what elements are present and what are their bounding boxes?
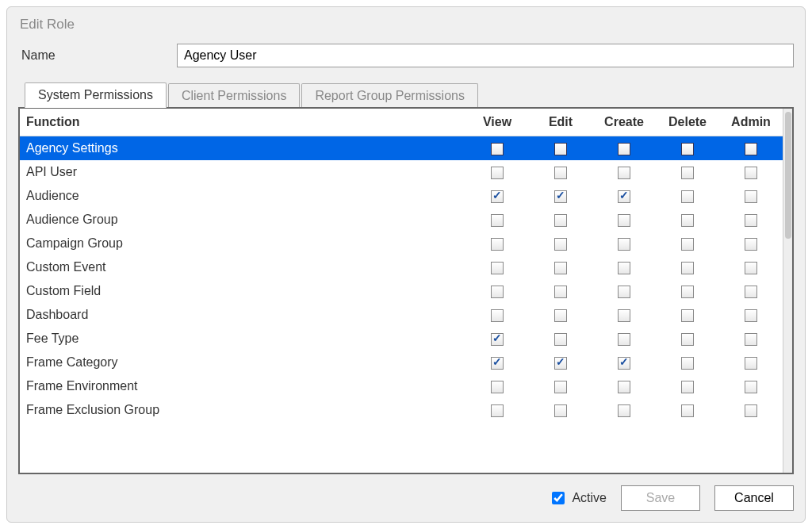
- table-row[interactable]: Frame Category: [20, 351, 783, 374]
- edit-checkbox[interactable]: [554, 238, 567, 251]
- dialog-footer: Active Save Cancel: [18, 474, 794, 511]
- admin-checkbox[interactable]: [745, 404, 757, 417]
- admin-cell: [719, 184, 783, 208]
- admin-checkbox[interactable]: [745, 309, 757, 322]
- view-checkbox[interactable]: [491, 190, 504, 203]
- view-checkbox[interactable]: [491, 333, 504, 346]
- view-checkbox[interactable]: [491, 286, 504, 298]
- table-row[interactable]: Frame Exclusion Group: [20, 398, 783, 422]
- col-edit[interactable]: Edit: [529, 109, 592, 136]
- create-checkbox[interactable]: [618, 381, 630, 393]
- table-row[interactable]: Dashboard: [20, 303, 783, 327]
- edit-checkbox[interactable]: [554, 143, 567, 155]
- admin-checkbox[interactable]: [745, 214, 757, 227]
- create-checkbox[interactable]: [618, 167, 630, 179]
- create-checkbox[interactable]: [618, 404, 630, 417]
- delete-checkbox[interactable]: [681, 167, 694, 179]
- col-create[interactable]: Create: [592, 109, 656, 136]
- save-button[interactable]: Save: [621, 485, 700, 511]
- delete-checkbox[interactable]: [681, 357, 694, 370]
- delete-checkbox[interactable]: [681, 286, 694, 298]
- table-row[interactable]: Fee Type: [20, 327, 783, 351]
- delete-checkbox[interactable]: [681, 381, 694, 393]
- vertical-scrollbar[interactable]: [783, 109, 792, 473]
- admin-checkbox[interactable]: [745, 381, 757, 393]
- create-checkbox[interactable]: [618, 143, 630, 155]
- name-input[interactable]: [177, 44, 794, 67]
- create-checkbox[interactable]: [618, 309, 630, 322]
- create-checkbox[interactable]: [618, 190, 630, 203]
- delete-cell: [656, 136, 719, 161]
- col-delete[interactable]: Delete: [656, 109, 719, 136]
- delete-checkbox[interactable]: [681, 214, 694, 227]
- admin-checkbox[interactable]: [745, 333, 757, 346]
- admin-checkbox[interactable]: [745, 190, 757, 203]
- edit-checkbox[interactable]: [554, 262, 567, 274]
- tab-report[interactable]: Report Group Permissions: [301, 83, 478, 108]
- col-view[interactable]: View: [465, 109, 529, 136]
- create-checkbox[interactable]: [618, 238, 630, 251]
- edit-checkbox[interactable]: [554, 286, 567, 298]
- delete-checkbox[interactable]: [681, 190, 694, 203]
- edit-cell: [529, 398, 592, 422]
- function-cell: Custom Event: [20, 255, 465, 279]
- edit-checkbox[interactable]: [554, 333, 567, 346]
- admin-checkbox[interactable]: [745, 286, 757, 298]
- table-row[interactable]: Custom Field: [20, 279, 783, 303]
- col-function[interactable]: Function: [20, 109, 465, 136]
- edit-cell: [529, 279, 592, 303]
- table-row[interactable]: Agency Settings: [20, 136, 783, 161]
- view-checkbox[interactable]: [491, 167, 504, 179]
- view-checkbox[interactable]: [491, 404, 504, 417]
- function-cell: Fee Type: [20, 327, 465, 351]
- tab-client[interactable]: Client Permissions: [168, 83, 300, 108]
- admin-checkbox[interactable]: [745, 143, 757, 155]
- function-cell: Dashboard: [20, 303, 465, 327]
- function-cell: Agency Settings: [20, 136, 465, 161]
- table-row[interactable]: Campaign Group: [20, 232, 783, 255]
- admin-cell: [719, 160, 783, 184]
- delete-checkbox[interactable]: [681, 238, 694, 251]
- delete-checkbox[interactable]: [681, 262, 694, 274]
- admin-checkbox[interactable]: [745, 238, 757, 251]
- edit-checkbox[interactable]: [554, 190, 567, 203]
- create-checkbox[interactable]: [618, 214, 630, 227]
- view-checkbox[interactable]: [491, 262, 504, 274]
- delete-checkbox[interactable]: [681, 143, 694, 155]
- view-checkbox[interactable]: [491, 309, 504, 322]
- create-checkbox[interactable]: [618, 357, 630, 370]
- table-row[interactable]: API User: [20, 160, 783, 184]
- admin-checkbox[interactable]: [745, 357, 757, 370]
- delete-checkbox[interactable]: [681, 404, 694, 417]
- admin-checkbox[interactable]: [745, 167, 757, 179]
- cancel-button[interactable]: Cancel: [714, 485, 794, 511]
- table-row[interactable]: Frame Environment: [20, 374, 783, 398]
- edit-checkbox[interactable]: [554, 381, 567, 393]
- active-toggle[interactable]: Active: [549, 489, 607, 507]
- admin-checkbox[interactable]: [745, 262, 757, 274]
- table-row[interactable]: Audience Group: [20, 208, 783, 232]
- view-checkbox[interactable]: [491, 214, 504, 227]
- delete-cell: [656, 327, 719, 351]
- edit-cell: [529, 232, 592, 255]
- tab-system[interactable]: System Permissions: [25, 82, 167, 108]
- edit-checkbox[interactable]: [554, 309, 567, 322]
- active-checkbox[interactable]: [552, 492, 565, 504]
- edit-checkbox[interactable]: [554, 357, 567, 370]
- col-admin[interactable]: Admin: [719, 109, 783, 136]
- create-checkbox[interactable]: [618, 262, 630, 274]
- table-row[interactable]: Audience: [20, 184, 783, 208]
- view-checkbox[interactable]: [491, 143, 504, 155]
- scrollbar-thumb[interactable]: [785, 112, 791, 239]
- view-checkbox[interactable]: [491, 381, 504, 393]
- delete-checkbox[interactable]: [681, 309, 694, 322]
- create-checkbox[interactable]: [618, 286, 630, 298]
- delete-checkbox[interactable]: [681, 333, 694, 346]
- view-checkbox[interactable]: [491, 357, 504, 370]
- view-checkbox[interactable]: [491, 238, 504, 251]
- table-row[interactable]: Custom Event: [20, 255, 783, 279]
- edit-checkbox[interactable]: [554, 214, 567, 227]
- edit-checkbox[interactable]: [554, 167, 567, 179]
- create-checkbox[interactable]: [618, 333, 630, 346]
- edit-checkbox[interactable]: [554, 404, 567, 417]
